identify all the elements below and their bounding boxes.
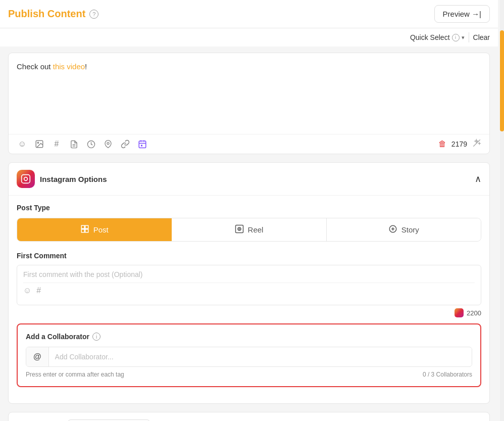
collaborator-hint: Press enter or comma after each tag: [26, 371, 124, 378]
tab-reel-label: Reel: [248, 225, 264, 234]
when-to-post-row: When to post AI Suggested Time ▾: [8, 412, 490, 421]
tab-story[interactable]: Story: [327, 218, 481, 241]
page-wrapper: Publish Content ? Preview →| Quick Selec…: [0, 0, 504, 421]
image-icon[interactable]: [34, 138, 45, 150]
story-tab-icon: [388, 224, 397, 235]
svg-rect-15: [81, 225, 84, 228]
svg-point-21: [239, 228, 240, 229]
toolbar-right: 🗑 2179: [438, 138, 481, 150]
post-type-label: Post Type: [17, 204, 481, 212]
text-after: !: [85, 62, 87, 71]
svg-rect-12: [22, 175, 30, 183]
header-left: Publish Content ?: [8, 8, 98, 20]
svg-point-14: [28, 176, 28, 177]
header: Publish Content ? Preview →|: [0, 0, 498, 28]
preview-label: Preview →|: [443, 10, 481, 18]
collaborator-input-row: @: [26, 347, 472, 367]
instagram-count-row: 2200: [17, 308, 481, 317]
comment-toolbar: ☺ #: [23, 283, 475, 298]
hashtag-icon[interactable]: #: [51, 138, 62, 150]
magic-wand-icon[interactable]: [472, 138, 481, 150]
comment-placeholder: First comment with the post (Optional): [23, 270, 475, 278]
help-icon[interactable]: ?: [89, 10, 98, 19]
editor-text: Check out this video!: [17, 61, 481, 73]
instagram-char-count: 2200: [467, 309, 481, 317]
instagram-options-card: Instagram Options ∧ Post Type: [8, 162, 490, 404]
clock-icon[interactable]: [85, 138, 96, 150]
text-before: Check out: [17, 62, 53, 71]
collaborator-header: Add a Collaborator i: [26, 333, 472, 341]
instagram-count-icon: [455, 308, 464, 317]
delete-icon[interactable]: 🗑: [438, 139, 446, 149]
tab-reel[interactable]: Reel: [172, 218, 326, 241]
svg-rect-6: [139, 141, 146, 148]
svg-rect-16: [85, 225, 88, 228]
collaborator-footer: Press enter or comma after each tag 0 / …: [26, 371, 472, 378]
scrollbar[interactable]: [500, 0, 504, 421]
collaborator-section: Add a Collaborator i @ Press enter or co…: [17, 323, 481, 387]
preview-button[interactable]: Preview →|: [434, 5, 490, 23]
comment-emoji-icon[interactable]: ☺: [23, 286, 31, 295]
scrollbar-thumb[interactable]: [500, 30, 504, 131]
instagram-icon: [17, 170, 35, 188]
comment-hashtag-icon[interactable]: #: [36, 286, 41, 295]
instagram-body: Post Type Post: [9, 195, 489, 403]
text-editor-area[interactable]: Check out this video!: [9, 53, 489, 134]
post-type-tabs: Post Reel: [17, 218, 481, 242]
collapse-icon[interactable]: ∧: [475, 173, 481, 184]
tab-story-label: Story: [401, 225, 419, 234]
char-count: 2179: [451, 140, 467, 148]
clear-button[interactable]: Clear: [473, 33, 490, 41]
quick-select-help-icon[interactable]: i: [452, 34, 460, 41]
quick-select-text: Quick Select: [410, 33, 450, 41]
first-comment-textarea[interactable]: First comment with the post (Optional) ☺…: [17, 265, 481, 305]
post-tab-icon: [80, 224, 89, 235]
main-content: Check out this video! ☺ #: [0, 46, 498, 421]
svg-point-13: [24, 177, 28, 181]
collaborator-count: 0 / 3 Collaborators: [423, 371, 472, 378]
calendar-icon[interactable]: [137, 138, 148, 150]
text-editor-card: Check out this video! ☺ #: [8, 53, 490, 154]
svg-rect-17: [81, 229, 84, 232]
editor-toolbar: ☺ #: [9, 134, 489, 154]
svg-rect-10: [141, 145, 142, 147]
svg-point-1: [37, 142, 38, 143]
svg-point-5: [107, 143, 109, 145]
document-icon[interactable]: [68, 138, 79, 150]
emoji-icon[interactable]: ☺: [17, 138, 28, 150]
collaborator-help-icon[interactable]: i: [92, 333, 100, 341]
tab-post[interactable]: Post: [17, 218, 172, 241]
chevron-down-icon: ▾: [462, 34, 465, 41]
instagram-options-title: Instagram Options: [40, 175, 107, 183]
at-symbol: @: [26, 347, 49, 366]
text-link: this video: [53, 62, 85, 71]
collaborator-input[interactable]: [49, 348, 472, 366]
reel-tab-icon: [235, 224, 244, 235]
instagram-header[interactable]: Instagram Options ∧: [9, 163, 489, 195]
collaborator-title: Add a Collaborator: [26, 333, 89, 341]
divider: [469, 32, 469, 42]
link-icon[interactable]: [120, 138, 131, 150]
tab-post-label: Post: [93, 225, 109, 234]
instagram-header-left: Instagram Options: [17, 170, 107, 188]
svg-rect-18: [85, 229, 88, 232]
location-icon[interactable]: [103, 138, 114, 150]
first-comment-label: First Comment: [17, 252, 481, 260]
quick-select-bar: Quick Select i ▾ Clear: [0, 28, 498, 46]
page-title: Publish Content: [8, 8, 85, 20]
quick-select[interactable]: Quick Select i ▾: [410, 33, 465, 41]
